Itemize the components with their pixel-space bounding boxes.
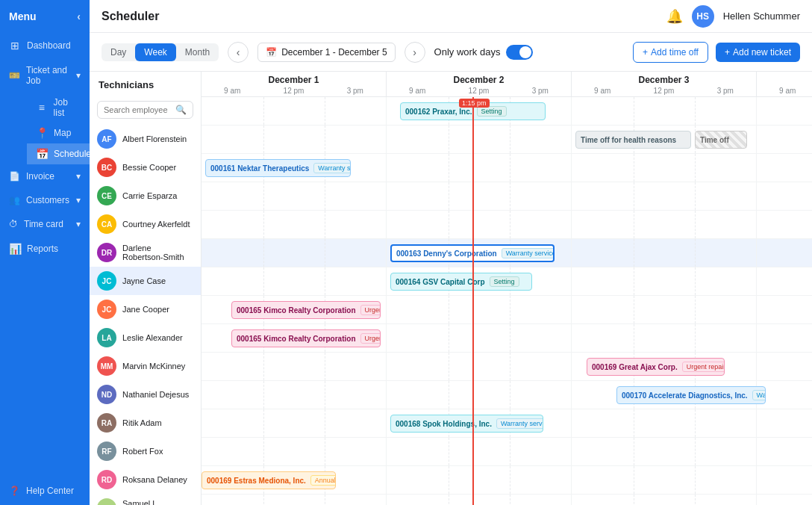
event-block[interactable]: 000169 Estras Mediona, Inc.Annual mainte… [202,471,336,489]
sidebar-item-map[interactable]: 📍 Map [27,123,90,143]
time-labels: 9 am12 pm3 pm [757,87,812,95]
sidebar-item-job-list[interactable]: ≡ Job list [27,93,90,123]
grid-col-divider [695,267,696,295]
grid-col-divider [634,409,634,437]
event-tag: Urgent repair [682,362,725,372]
grid-col [572,296,757,323]
event-block[interactable]: 000165 Kimco Realty CorporationUrgent re… [231,329,381,347]
tech-item[interactable]: RD Roksana Delaney [90,465,201,494]
grid-col [202,495,387,505]
scheduler-icon: 📅 [36,148,48,160]
avatar: CE [97,186,116,205]
grid-col [202,267,387,295]
grid-row [202,495,812,505]
technicians-panel: Technicians 🔍 AF Albert Florenstein BC B… [90,72,202,505]
grid-col [572,466,757,494]
next-arrow[interactable]: › [405,42,425,63]
sidebar-item-label: Job list [54,97,81,118]
event-block[interactable]: 000169 Great Ajax Corp.Urgent repair [587,358,725,376]
date-range-picker[interactable]: 📅 December 1 - December 5 [257,43,395,62]
sidebar-item-dashboard[interactable]: ⊞ Dashboard [0,33,90,58]
grid-col-divider [634,495,634,505]
sidebar-item-label: Dashboard [27,40,71,51]
grid-col [572,182,757,210]
event-tag: Warranty service [496,418,543,429]
tab-day[interactable]: Day [102,43,135,61]
grid-col-divider [449,495,449,505]
grid-col [202,126,387,153]
tech-item[interactable]: SL Samuel L. Mustaine [90,494,201,505]
avatar: HS [692,5,714,28]
grid-col [757,154,812,182]
event-block[interactable]: 000165 Kimco Realty CorporationUrgent re… [231,301,381,319]
tab-week[interactable]: Week [135,43,175,61]
tech-item[interactable]: BC Bessie Cooper [90,153,201,182]
grid-col [572,211,757,238]
sidebar-item-label: Time card [24,219,63,229]
grid-col-divider [325,495,325,505]
sidebar-item-label: Customers [26,195,69,205]
tech-item[interactable]: DR Darlene Robertson-Smith [90,238,201,267]
sidebar-item-reports[interactable]: 📊 Reports [0,236,90,261]
help-icon: ❓ [9,486,20,496]
grid-col-divider [634,154,634,182]
event-block[interactable]: Time off for health reasons [575,131,691,149]
grid-col-divider [263,353,264,380]
event-block[interactable]: 000168 Spok Holdings, Inc.Warranty servi… [390,415,543,433]
grid-col-divider [634,97,634,125]
grid-col-divider [449,126,449,153]
sidebar-item-customers[interactable]: 👥 Customers ▾ [0,188,90,212]
event-block[interactable]: 000170 Accelerate Diagnostics, Inc.Warra… [616,386,766,404]
event-id: 000165 Kimco Realty Corporation [237,306,356,315]
toolbar-actions: + Add time off + Add new ticket [633,42,800,63]
grid-col-divider [510,126,510,153]
grid-row: 000162 Praxar, Inc.Setting [202,97,812,126]
event-id: 000169 Estras Mediona, Inc. [207,477,306,485]
event-block[interactable]: 000161 Nektar TherapeuticsWarranty servi… [205,159,351,177]
grid-col [387,495,572,505]
tech-item[interactable]: CA Courtney Akerfeldt [90,210,201,238]
time-labels: 9 am12 pm3 pm [387,87,571,95]
tech-item[interactable]: LA Leslie Alexander [90,323,201,352]
event-id: 000162 Praxar, Inc. [405,108,472,116]
search-input[interactable] [104,105,172,114]
tech-item[interactable]: JC Jane Cooper [90,295,201,323]
add-time-off-button[interactable]: + Add time off [633,42,708,63]
event-block[interactable]: 000164 GSV Capital CorpSetting [390,273,532,291]
add-new-ticket-button[interactable]: + Add new ticket [716,43,800,62]
sidebar-item-scheduler[interactable]: 📅 Scheduler [27,143,90,164]
grid-col-divider [695,409,696,437]
sidebar-item-timecard[interactable]: ⏱ Time card ▾ [0,212,90,236]
grid-col [387,154,572,182]
grid-col [572,267,757,295]
time-label: 9 am [572,87,633,95]
sidebar-help[interactable]: ❓ Help Center [0,477,90,505]
notification-bell-icon[interactable]: 🔔 [666,8,683,25]
event-tag: Setting [490,276,519,287]
tech-item[interactable]: ND Nathaniel Dejesus [90,380,201,409]
sidebar-collapse-icon[interactable]: ‹ [77,10,81,22]
grid-col-divider [634,267,634,295]
event-tag: Annual maintenance [310,475,336,486]
calendar-date-label: December 1 [202,75,386,87]
tech-item[interactable]: RF Robert Fox [90,437,201,465]
workdays-toggle-switch[interactable] [506,45,533,60]
time-badge: 1:15 pm [459,99,490,108]
chevron-down-icon: ▾ [76,171,81,182]
tech-item[interactable]: CE Carrie Esparza [90,182,201,210]
search-box[interactable]: 🔍 [97,101,193,119]
tech-item[interactable]: JC Jayne Case [90,267,201,295]
sidebar-item-invoice[interactable]: 📄 Invoice ▾ [0,164,90,188]
customers-icon: 👥 [9,195,20,205]
tech-item[interactable]: MM Marvin McKinney [90,352,201,380]
grid-col-divider [634,296,634,323]
tech-item[interactable]: RA Ritik Adam [90,409,201,437]
tech-item[interactable]: AF Albert Florenstein [90,125,201,153]
avatar: CA [97,214,116,234]
prev-arrow[interactable]: ‹ [228,42,249,63]
tab-month[interactable]: Month [176,43,219,61]
event-block[interactable]: Time off [695,131,747,149]
sidebar-item-ticket-job[interactable]: 🎫 Ticket and Job ▾ [0,58,90,93]
time-indicator: 1:15 pm [472,97,474,505]
time-label: 12 pm [633,87,694,95]
